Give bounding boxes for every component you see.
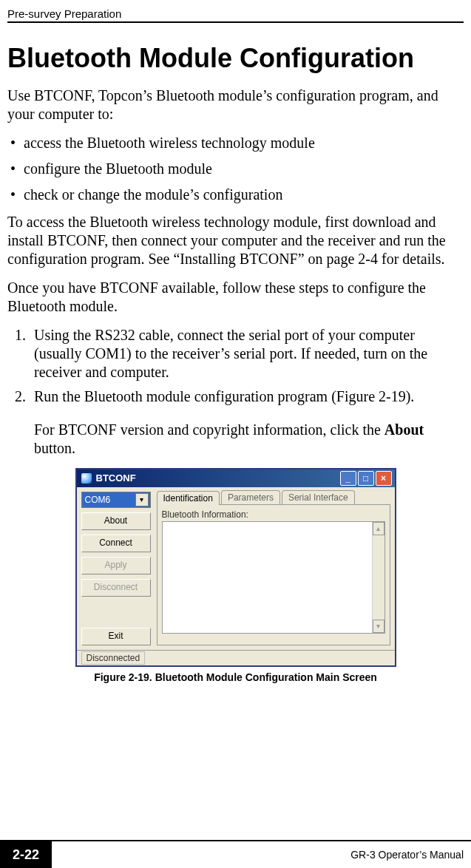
ordered-steps: Using the RS232 cable, connect the seria… [7, 326, 464, 406]
content-panel: Identification Parameters Serial Interfa… [155, 487, 395, 650]
step-note: For BTCONF version and copyright informa… [34, 421, 464, 458]
com-port-value: COM6 [85, 495, 111, 505]
paragraph: Once you have BTCONF available, follow t… [7, 279, 464, 316]
step-note-suffix: button. [34, 440, 75, 456]
about-button[interactable]: About [81, 512, 151, 530]
status-text: Disconnected [81, 651, 146, 665]
list-item: access the Bluetooth wireless technology… [24, 134, 464, 152]
figure-caption: Figure 2-19. Bluetooth Module Configurat… [7, 671, 464, 683]
page-title: Bluetooth Module Configuration [7, 44, 464, 73]
about-label-bold: About [384, 421, 424, 438]
com-port-select[interactable]: COM6 ▾ [81, 492, 151, 508]
list-item: check or change the module’s configurati… [24, 186, 464, 204]
btconf-window: BTCONF _ □ × COM6 ▾ About Connect Apply … [75, 468, 396, 667]
window-titlebar: BTCONF _ □ × [77, 469, 395, 487]
manual-name: GR-3 Operator’s Manual [350, 849, 471, 861]
apply-button: Apply [81, 557, 151, 574]
connect-button[interactable]: Connect [81, 535, 151, 552]
tab-serial-interface[interactable]: Serial Interface [282, 490, 355, 504]
list-item: configure the Bluetooth module [24, 160, 464, 178]
scrollbar[interactable]: ▴ ▾ [372, 522, 384, 633]
tab-identification[interactable]: Identification [157, 491, 220, 505]
bluetooth-info-box: ▴ ▾ [162, 521, 385, 634]
scroll-down-icon[interactable]: ▾ [373, 620, 384, 633]
step-note-prefix: For BTCONF version and copyright informa… [34, 421, 384, 438]
list-item: Run the Bluetooth module configuration p… [30, 387, 464, 406]
chevron-down-icon[interactable]: ▾ [135, 493, 149, 506]
tab-strip: Identification Parameters Serial Interfa… [157, 490, 390, 504]
exit-button[interactable]: Exit [81, 628, 151, 645]
disconnect-button: Disconnect [81, 579, 151, 597]
status-bar: Disconnected [77, 650, 395, 665]
maximize-button[interactable]: □ [358, 471, 374, 486]
bullet-list: access the Bluetooth wireless technology… [7, 134, 464, 204]
close-button[interactable]: × [376, 471, 392, 486]
list-item: Using the RS232 cable, connect the seria… [30, 326, 464, 382]
side-panel: COM6 ▾ About Connect Apply Disconnect Ex… [77, 487, 155, 650]
paragraph: To access the Bluetooth wireless technol… [7, 213, 464, 268]
page-footer: 2-22 GR-3 Operator’s Manual [0, 840, 471, 868]
section-header: Pre-survey Preparation [7, 7, 464, 23]
app-icon [81, 473, 92, 484]
tab-parameters[interactable]: Parameters [221, 490, 280, 504]
scroll-up-icon[interactable]: ▴ [373, 522, 384, 535]
window-title: BTCONF [96, 472, 136, 484]
tab-body: Bluetooth Information: ▴ ▾ [157, 504, 390, 645]
minimize-button[interactable]: _ [340, 471, 356, 486]
group-label: Bluetooth Information: [162, 509, 385, 520]
intro-paragraph: Use BTCONF, Topcon’s Bluetooth module’s … [7, 87, 464, 123]
page-number: 2-22 [0, 841, 52, 868]
